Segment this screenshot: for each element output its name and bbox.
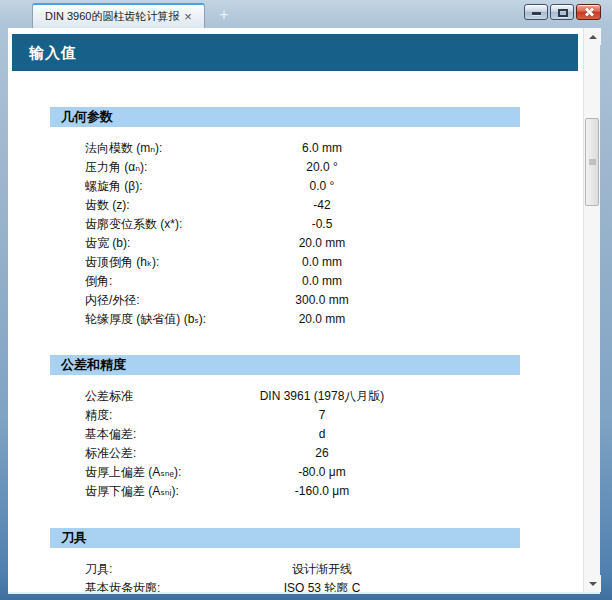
parameter-row: 标准公差:26: [85, 444, 583, 463]
parameter-label: 公差标准: [85, 387, 233, 406]
parameter-value: d: [233, 425, 411, 444]
parameter-value: 20.0 mm: [233, 310, 411, 329]
parameter-row: 基本齿条齿廓:ISO 53 轮廓 C: [85, 579, 583, 592]
parameter-value: -80.0 μm: [233, 463, 411, 482]
parameter-label: 法向模数 (mₙ):: [85, 139, 233, 158]
report-content: 输入值 几何参数法向模数 (mₙ):6.0 mm压力角 (αₙ):20.0 °螺…: [8, 28, 583, 592]
maximize-icon: [558, 9, 568, 17]
scroll-down-icon: [589, 582, 597, 586]
parameter-row: 精度:7: [85, 406, 583, 425]
section-title: 刀具: [50, 528, 520, 548]
scrollbar-thumb[interactable]: [585, 118, 599, 206]
parameter-label: 齿宽 (b):: [85, 234, 233, 253]
window-controls: [524, 4, 601, 20]
parameter-value: -0.5: [233, 215, 411, 234]
parameter-value: 0.0 mm: [233, 272, 411, 291]
parameter-row: 齿数 (z):-42: [85, 196, 583, 215]
parameter-label: 螺旋角 (β):: [85, 177, 233, 196]
parameter-label: 标准公差:: [85, 444, 233, 463]
parameter-label: 齿数 (z):: [85, 196, 233, 215]
maximize-button[interactable]: [550, 4, 574, 20]
scrollbar-grip-icon: [589, 159, 596, 166]
minimize-button[interactable]: [524, 4, 548, 20]
scroll-down-button[interactable]: [584, 575, 601, 592]
parameter-label: 内径/外径:: [85, 291, 233, 310]
parameter-row: 倒角:0.0 mm: [85, 272, 583, 291]
section-rows: 法向模数 (mₙ):6.0 mm压力角 (αₙ):20.0 °螺旋角 (β):0…: [8, 139, 583, 329]
parameter-row: 轮缘厚度 (缺省值) (bₛ):20.0 mm: [85, 310, 583, 329]
parameter-label: 压力角 (αₙ):: [85, 158, 233, 177]
parameter-row: 法向模数 (mₙ):6.0 mm: [85, 139, 583, 158]
parameter-value: 0.0 mm: [233, 253, 411, 272]
app-window: DIN 3960的圆柱齿轮计算报告 × + 输入值 几何参数法向模数 (mₙ):…: [0, 0, 612, 600]
parameter-row: 内径/外径:300.0 mm: [85, 291, 583, 310]
scroll-up-icon: [589, 35, 597, 39]
parameter-label: 齿廓变位系数 (x*):: [85, 215, 233, 234]
parameter-label: 轮缘厚度 (缺省值) (bₛ):: [85, 310, 233, 329]
tab-close-icon[interactable]: ×: [180, 9, 196, 25]
close-icon: [584, 7, 594, 17]
close-button[interactable]: [576, 4, 601, 20]
parameter-value: 20.0 mm: [233, 234, 411, 253]
section-rows: 公差标准DIN 3961 (1978八月版)精度:7基本偏差:d标准公差:26齿…: [8, 387, 583, 501]
parameter-row: 刀具:设计渐开线: [85, 560, 583, 579]
parameter-value: ISO 53 轮廓 C: [233, 579, 411, 592]
tab-report[interactable]: DIN 3960的圆柱齿轮计算报告 ×: [32, 3, 205, 28]
parameter-row: 齿厚下偏差 (Aₛₙᵢ):-160.0 μm: [85, 482, 583, 501]
parameter-value: -160.0 μm: [233, 482, 411, 501]
parameter-row: 齿廓变位系数 (x*):-0.5: [85, 215, 583, 234]
report-main-header: 输入值: [12, 34, 578, 71]
vertical-scrollbar[interactable]: [583, 28, 600, 592]
section-title: 几何参数: [50, 107, 520, 127]
parameter-label: 齿顶倒角 (hₖ):: [85, 253, 233, 272]
new-tab-button[interactable]: +: [210, 5, 238, 25]
report-section: 公差和精度公差标准DIN 3961 (1978八月版)精度:7基本偏差:d标准公…: [8, 355, 583, 501]
report-section: 刀具刀具:设计渐开线基本齿条齿廓:ISO 53 轮廓 C: [8, 528, 583, 592]
parameter-row: 压力角 (αₙ):20.0 °: [85, 158, 583, 177]
report-section: 几何参数法向模数 (mₙ):6.0 mm压力角 (αₙ):20.0 °螺旋角 (…: [8, 107, 583, 329]
parameter-value: 设计渐开线: [233, 560, 411, 579]
parameter-value: 6.0 mm: [233, 139, 411, 158]
parameter-value: DIN 3961 (1978八月版): [233, 387, 411, 406]
parameter-row: 齿厚上偏差 (Aₛₙₑ):-80.0 μm: [85, 463, 583, 482]
parameter-row: 公差标准DIN 3961 (1978八月版): [85, 387, 583, 406]
parameter-row: 螺旋角 (β):0.0 °: [85, 177, 583, 196]
parameter-value: 0.0 °: [233, 177, 411, 196]
tab-bar: DIN 3960的圆柱齿轮计算报告 × +: [8, 0, 600, 28]
parameter-label: 基本偏差:: [85, 425, 233, 444]
parameter-label: 精度:: [85, 406, 233, 425]
parameter-label: 刀具:: [85, 560, 233, 579]
section-title: 公差和精度: [50, 355, 520, 375]
minimize-icon: [532, 12, 541, 15]
parameter-value: 7: [233, 406, 411, 425]
parameter-value: 300.0 mm: [233, 291, 411, 310]
parameter-label: 齿厚上偏差 (Aₛₙₑ):: [85, 463, 233, 482]
parameter-value: 20.0 °: [233, 158, 411, 177]
report-body: 几何参数法向模数 (mₙ):6.0 mm压力角 (αₙ):20.0 °螺旋角 (…: [8, 107, 583, 592]
tab-title: DIN 3960的圆柱齿轮计算报告: [45, 9, 180, 24]
parameter-label: 倒角:: [85, 272, 233, 291]
parameter-value: 26: [233, 444, 411, 463]
scroll-up-button[interactable]: [584, 28, 601, 45]
section-rows: 刀具:设计渐开线基本齿条齿廓:ISO 53 轮廓 C: [8, 560, 583, 592]
parameter-row: 齿顶倒角 (hₖ):0.0 mm: [85, 253, 583, 272]
parameter-label: 基本齿条齿廓:: [85, 579, 233, 592]
parameter-row: 齿宽 (b):20.0 mm: [85, 234, 583, 253]
parameter-row: 基本偏差:d: [85, 425, 583, 444]
parameter-label: 齿厚下偏差 (Aₛₙᵢ):: [85, 482, 233, 501]
parameter-value: -42: [233, 196, 411, 215]
